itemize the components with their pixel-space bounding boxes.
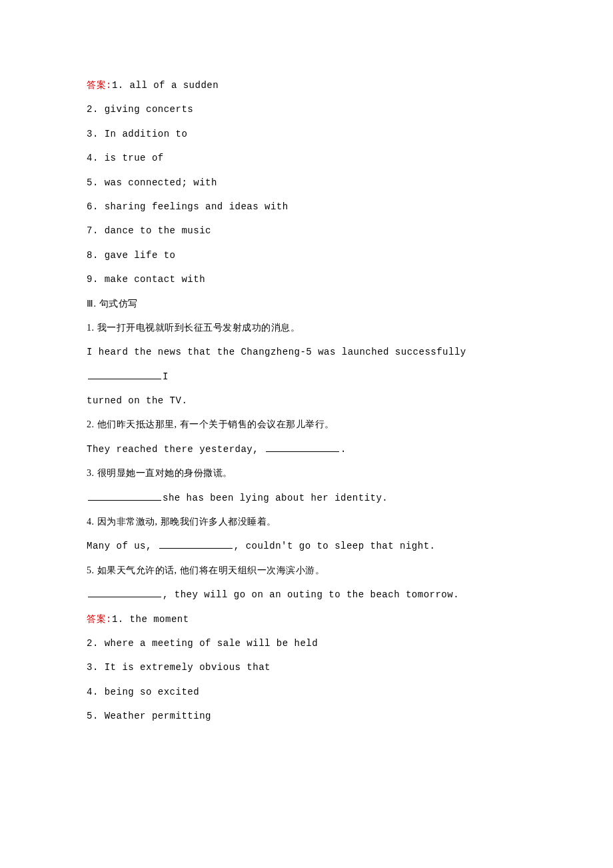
q5-cn: 5. 如果天气允许的话, 他们将在明天组织一次海滨小游。 xyxy=(87,559,526,583)
q1-en-line1: I heard the news that the Changzheng-5 w… xyxy=(87,340,526,389)
answers1-item-7: 8. gave life to xyxy=(87,243,526,267)
answers1-item-5: 6. sharing feelings and ideas with xyxy=(87,195,526,219)
q3-en-after: she has been lying about her identity. xyxy=(163,493,388,503)
section-3-title: Ⅲ. 句式仿写 xyxy=(87,292,526,316)
blank-q2 xyxy=(266,442,339,452)
q5-en: , they will go on an outing to the beach… xyxy=(87,583,526,607)
answers-block-2-header: 答案:1. the moment xyxy=(87,607,526,631)
answer-label-1: 答案: xyxy=(87,80,112,91)
blank-q3 xyxy=(88,491,161,501)
answers2-item-3: 4. being so excited xyxy=(87,680,526,704)
q1-en-after: I xyxy=(163,371,169,382)
answers2-item-1: 2. where a meeting of sale will be held xyxy=(87,631,526,655)
q4-en-before: Many of us, xyxy=(87,541,158,551)
document-page: 答案:1. all of a sudden 2. giving concerts… xyxy=(0,0,613,769)
answers1-item-3: 4. is true of xyxy=(87,146,526,170)
blank-q4 xyxy=(159,539,233,549)
q1-en-line2: turned on the TV. xyxy=(87,389,526,413)
answers-block-1-header: 答案:1. all of a sudden xyxy=(87,73,526,97)
q1-cn: 1. 我一打开电视就听到长征五号发射成功的消息。 xyxy=(87,316,526,340)
answers1-item-4: 5. was connected; with xyxy=(87,171,526,195)
q2-en: They reached there yesterday, . xyxy=(87,437,526,461)
answers2-item-2: 3. It is extremely obvious that xyxy=(87,655,526,679)
q4-en: Many of us, , couldn't go to sleep that … xyxy=(87,534,526,558)
q4-en-mid: , couldn't go to sleep that night. xyxy=(234,541,436,551)
q2-en-before: They reached there yesterday, xyxy=(87,444,265,455)
answer-label-2: 答案: xyxy=(87,614,112,625)
q4-cn: 4. 因为非常激动, 那晚我们许多人都没睡着。 xyxy=(87,510,526,534)
answers1-item-0: 1. all of a sudden xyxy=(112,80,219,91)
q3-en: she has been lying about her identity. xyxy=(87,486,526,510)
answers1-item-1: 2. giving concerts xyxy=(87,97,526,121)
blank-q1 xyxy=(88,369,161,379)
answers2-item-0: 1. the moment xyxy=(112,614,189,625)
blank-q5 xyxy=(88,587,161,597)
q3-cn: 3. 很明显她一直对她的身份撒谎。 xyxy=(87,461,526,485)
answers1-item-8: 9. make contact with xyxy=(87,267,526,291)
answers1-item-2: 3. In addition to xyxy=(87,122,526,146)
q1-en-before: I heard the news that the Changzheng-5 w… xyxy=(87,347,466,357)
q2-cn: 2. 他们昨天抵达那里, 有一个关于销售的会议在那儿举行。 xyxy=(87,413,526,437)
q5-en-after: , they will go on an outing to the beach… xyxy=(163,589,459,600)
q2-en-after: . xyxy=(340,444,346,455)
answers2-item-4: 5. Weather permitting xyxy=(87,704,526,728)
answers1-item-6: 7. dance to the music xyxy=(87,219,526,243)
